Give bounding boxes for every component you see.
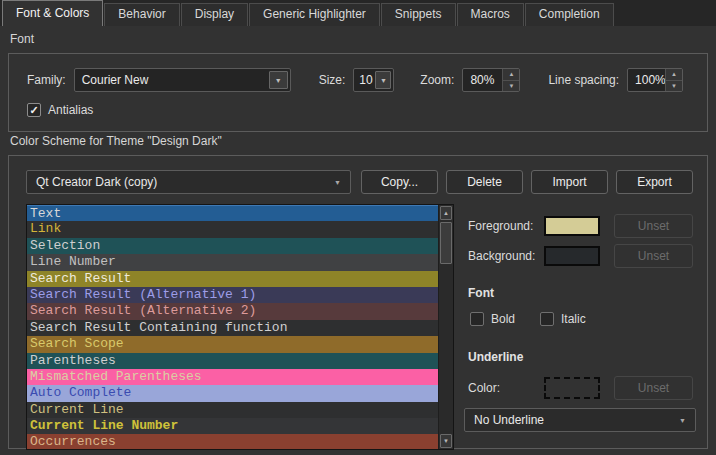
scheme-combobox[interactable]: Qt Creator Dark (copy) ▼	[26, 170, 351, 194]
antialias-row: ✓ Antialias	[27, 103, 93, 117]
underline-style-value: No Underline	[474, 413, 544, 427]
export-button[interactable]: Export	[616, 170, 693, 194]
scheme-item-selection[interactable]: Selection	[27, 238, 438, 254]
spin-down-icon[interactable]: ▼	[666, 81, 682, 92]
scrollbar-thumb[interactable]	[440, 222, 452, 264]
line-spacing-value: 100%	[628, 73, 665, 87]
zoom-spin-buttons: ▲▼	[502, 69, 519, 91]
unset-foreground-button[interactable]: Unset	[614, 214, 693, 238]
scheme-item-parentheses[interactable]: Parentheses	[27, 353, 438, 369]
underline-color-row: Color: Unset	[468, 376, 693, 400]
family-label: Family:	[27, 73, 66, 87]
scheme-item-current-line[interactable]: Current Line	[27, 402, 438, 418]
font-settings-row: Family: Courier New ▼ Size: 10 ▼ Zoom: 8…	[27, 68, 699, 92]
text-editor-options-dialog: Font & Colors Behavior Display Generic H…	[0, 0, 716, 455]
bold-checkbox[interactable]	[470, 312, 484, 326]
color-scheme-group: Qt Creator Dark (copy) ▼ Copy... Delete …	[8, 155, 708, 449]
scheme-item-search-result-alternative-1[interactable]: Search Result (Alternative 1)	[27, 287, 438, 303]
zoom-label: Zoom:	[420, 73, 454, 87]
font-size-combobox[interactable]: 10 ▼	[353, 68, 394, 92]
line-spacing-spin-buttons: ▲▼	[665, 69, 682, 91]
font-group: Family: Courier New ▼ Size: 10 ▼ Zoom: 8…	[8, 53, 708, 132]
scheme-item-link[interactable]: Link	[27, 221, 438, 237]
scheme-item-line-number[interactable]: Line Number	[27, 254, 438, 270]
underline-color-label: Color:	[468, 381, 544, 395]
scheme-item-occurrences[interactable]: Occurrences	[27, 434, 438, 450]
line-spacing-label: Line spacing:	[548, 73, 619, 87]
antialias-label: Antialias	[48, 103, 93, 117]
tab-generic-highlighter[interactable]: Generic Highlighter	[249, 3, 380, 26]
font-group-title: Font	[10, 32, 34, 46]
zoom-spinbox[interactable]: 80% ▲▼	[462, 68, 520, 92]
spin-up-icon[interactable]: ▲	[503, 69, 519, 81]
copy-button[interactable]: Copy...	[361, 170, 438, 194]
tab-completion[interactable]: Completion	[525, 3, 614, 26]
scroll-down-icon[interactable]: ▼	[440, 434, 452, 448]
scheme-toolbar: Qt Creator Dark (copy) ▼ Copy... Delete …	[26, 170, 693, 194]
list-scrollbar[interactable]: ▲ ▼	[438, 205, 453, 449]
antialias-checkbox[interactable]: ✓	[27, 103, 41, 117]
scheme-item-mismatched-parentheses[interactable]: Mismatched Parentheses	[27, 369, 438, 385]
scheme-item-auto-complete[interactable]: Auto Complete	[27, 385, 438, 401]
background-row: Background: Unset	[468, 244, 693, 268]
tab-bar: Font & Colors Behavior Display Generic H…	[0, 0, 716, 26]
size-label: Size:	[319, 73, 346, 87]
scheme-item-list: TextLinkSelectionLine NumberSearch Resul…	[27, 205, 438, 450]
font-section-label: Font	[468, 286, 494, 300]
foreground-color-swatch[interactable]	[544, 216, 600, 236]
font-family-value: Courier New	[75, 73, 290, 87]
unset-underline-color-button[interactable]: Unset	[614, 376, 693, 400]
unset-background-button[interactable]: Unset	[614, 244, 693, 268]
scheme-value: Qt Creator Dark (copy)	[36, 175, 157, 189]
foreground-row: Foreground: Unset	[468, 214, 693, 238]
tab-font-colors[interactable]: Font & Colors	[2, 0, 103, 26]
scheme-item-search-scope[interactable]: Search Scope	[27, 336, 438, 352]
line-spacing-spinbox[interactable]: 100% ▲▼	[627, 68, 683, 92]
underline-style-combobox[interactable]: No Underline ▼	[464, 408, 696, 432]
tab-display[interactable]: Display	[181, 3, 248, 26]
scheme-item-text[interactable]: Text	[27, 205, 438, 221]
underline-color-swatch[interactable]	[544, 377, 600, 399]
scheme-item-current-line-number[interactable]: Current Line Number	[27, 418, 438, 434]
chevron-down-icon[interactable]: ▼	[269, 71, 288, 89]
tab-macros[interactable]: Macros	[457, 3, 524, 26]
chevron-down-icon: ▼	[679, 417, 686, 424]
scheme-item-search-result[interactable]: Search Result	[27, 271, 438, 287]
foreground-label: Foreground:	[468, 219, 544, 233]
spin-up-icon[interactable]: ▲	[666, 69, 682, 81]
zoom-value: 80%	[463, 73, 502, 87]
background-color-swatch[interactable]	[544, 246, 600, 266]
spin-down-icon[interactable]: ▼	[503, 81, 519, 92]
scroll-up-icon[interactable]: ▲	[440, 206, 452, 220]
bold-label: Bold	[491, 312, 515, 326]
italic-checkbox[interactable]	[540, 312, 554, 326]
chevron-down-icon: ▼	[334, 179, 341, 186]
tab-snippets[interactable]: Snippets	[381, 3, 456, 26]
underline-section-label: Underline	[468, 350, 523, 364]
scheme-item-search-result-containing-function[interactable]: Search Result Containing function	[27, 320, 438, 336]
tab-behavior[interactable]: Behavior	[104, 3, 179, 26]
delete-button[interactable]: Delete	[446, 170, 523, 194]
chevron-down-icon[interactable]: ▼	[375, 71, 391, 89]
background-label: Background:	[468, 249, 544, 263]
italic-label: Italic	[561, 312, 586, 326]
import-button[interactable]: Import	[531, 170, 608, 194]
scheme-group-title: Color Scheme for Theme "Design Dark"	[10, 134, 222, 148]
font-family-combobox[interactable]: Courier New ▼	[74, 68, 291, 92]
font-style-row: Bold Italic	[470, 312, 586, 326]
scheme-item-search-result-alternative-2[interactable]: Search Result (Alternative 2)	[27, 303, 438, 319]
color-scheme-list: TextLinkSelectionLine NumberSearch Resul…	[26, 204, 454, 450]
